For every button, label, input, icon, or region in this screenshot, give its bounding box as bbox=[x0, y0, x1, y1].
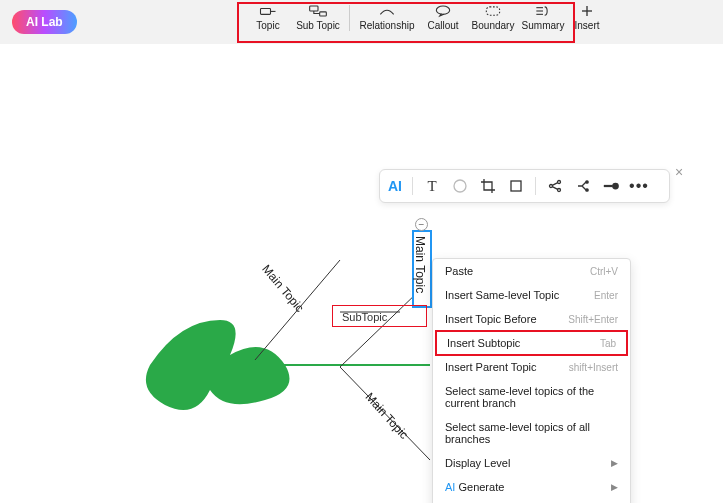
toolbar-topic[interactable]: Topic bbox=[245, 4, 291, 31]
ctx-label: Select same-level topics of the current … bbox=[445, 385, 618, 409]
summary-icon bbox=[533, 4, 553, 18]
ctx-label: Select same-level topics of all branches bbox=[445, 421, 618, 445]
chevron-right-icon: ▶ bbox=[611, 482, 618, 492]
ctx-label: AI Generate bbox=[445, 481, 504, 493]
chevron-right-icon: ▶ bbox=[611, 458, 618, 468]
toolbar-summary[interactable]: Summary bbox=[520, 4, 566, 31]
close-icon[interactable]: × bbox=[671, 164, 687, 180]
plus-icon bbox=[577, 4, 597, 18]
crop-icon[interactable] bbox=[479, 177, 497, 195]
separator bbox=[349, 5, 350, 31]
svg-point-19 bbox=[586, 189, 588, 191]
relationship-icon bbox=[377, 4, 397, 18]
svg-point-18 bbox=[586, 181, 588, 183]
context-menu: PasteCtrl+VInsert Same-level TopicEnterI… bbox=[432, 258, 631, 503]
ctx-label: Insert Parent Topic bbox=[445, 361, 537, 373]
svg-point-21 bbox=[613, 184, 618, 189]
ctx-item[interactable]: Insert Topic BeforeShift+Enter bbox=[433, 307, 630, 331]
toolbar-label: Sub Topic bbox=[296, 20, 340, 31]
ctx-label: Insert Subtopic bbox=[447, 337, 520, 349]
ctx-item[interactable]: Insert SubtopicTab bbox=[435, 330, 628, 356]
toolbar-label: Topic bbox=[256, 20, 279, 31]
share-icon[interactable] bbox=[546, 177, 564, 195]
main-toolbar: Topic Sub Topic Relationship Callout Bou… bbox=[245, 4, 604, 31]
line-style-icon[interactable] bbox=[602, 177, 620, 195]
ctx-label: Insert Same-level Topic bbox=[445, 289, 559, 301]
ctx-shortcut: Enter bbox=[594, 290, 618, 301]
square-icon[interactable] bbox=[507, 177, 525, 195]
ctx-item[interactable]: PasteCtrl+V bbox=[433, 259, 630, 283]
svg-point-15 bbox=[558, 189, 561, 192]
toolbar-boundary[interactable]: Boundary bbox=[470, 4, 516, 31]
selected-topic-text: Main Topic bbox=[413, 236, 427, 293]
ctx-label: Display Level bbox=[445, 457, 510, 469]
circle-icon[interactable] bbox=[451, 177, 469, 195]
svg-point-4 bbox=[436, 6, 449, 14]
topic-icon bbox=[258, 4, 278, 18]
ctx-label: Paste bbox=[445, 265, 473, 277]
svg-line-17 bbox=[552, 187, 557, 190]
toolbar-label: Insert bbox=[574, 20, 599, 31]
ctx-label: Insert Topic Before bbox=[445, 313, 537, 325]
toolbar-insert[interactable]: Insert bbox=[570, 4, 604, 31]
ctx-item[interactable]: Insert Parent Topicshift+Insert bbox=[433, 355, 630, 379]
toolbar-label: Boundary bbox=[472, 20, 515, 31]
ctx-shortcut: shift+Insert bbox=[569, 362, 618, 373]
svg-point-14 bbox=[558, 181, 561, 184]
ai-button[interactable]: AI bbox=[388, 178, 402, 194]
ctx-item[interactable]: AI Generate▶ bbox=[433, 475, 630, 499]
collapse-icon[interactable]: − bbox=[415, 218, 428, 231]
boundary-icon bbox=[483, 4, 503, 18]
text-button[interactable]: T bbox=[423, 177, 441, 195]
toolbar-label: Relationship bbox=[359, 20, 414, 31]
subtopic-label[interactable]: SubTopic bbox=[342, 311, 387, 323]
svg-rect-3 bbox=[320, 12, 327, 16]
callout-icon bbox=[433, 4, 453, 18]
subtopic-icon bbox=[308, 4, 328, 18]
ctx-shortcut: Ctrl+V bbox=[590, 266, 618, 277]
branch-icon[interactable] bbox=[574, 177, 592, 195]
branch-line bbox=[340, 290, 420, 367]
svg-line-16 bbox=[552, 183, 557, 186]
separator bbox=[412, 177, 413, 195]
separator bbox=[535, 177, 536, 195]
toolbar-label: Callout bbox=[427, 20, 458, 31]
svg-rect-2 bbox=[310, 6, 318, 11]
ai-lab-badge[interactable]: AI Lab bbox=[12, 10, 77, 34]
ctx-item[interactable]: Select same-level topics of all branches bbox=[433, 415, 630, 451]
ctx-item[interactable]: Insert Same-level TopicEnter bbox=[433, 283, 630, 307]
mindmap-canvas[interactable] bbox=[140, 230, 440, 490]
toolbar-callout[interactable]: Callout bbox=[420, 4, 466, 31]
toolbar-relationship[interactable]: Relationship bbox=[358, 4, 416, 31]
svg-rect-12 bbox=[511, 181, 521, 191]
ctx-item[interactable]: Select same-level topics of the current … bbox=[433, 379, 630, 415]
toolbar-subtopic[interactable]: Sub Topic bbox=[295, 4, 341, 31]
svg-rect-0 bbox=[261, 9, 271, 15]
svg-point-13 bbox=[550, 185, 553, 188]
ctx-shortcut: Shift+Enter bbox=[568, 314, 618, 325]
svg-point-11 bbox=[454, 180, 466, 192]
svg-rect-5 bbox=[486, 7, 499, 15]
ctx-item[interactable]: CopyCtrl+C bbox=[433, 499, 630, 503]
more-icon[interactable]: ••• bbox=[630, 177, 648, 195]
floating-toolbar: AI T ••• × bbox=[379, 169, 670, 203]
ctx-shortcut: Tab bbox=[600, 338, 616, 349]
toolbar-label: Summary bbox=[522, 20, 565, 31]
ctx-item[interactable]: Display Level▶ bbox=[433, 451, 630, 475]
